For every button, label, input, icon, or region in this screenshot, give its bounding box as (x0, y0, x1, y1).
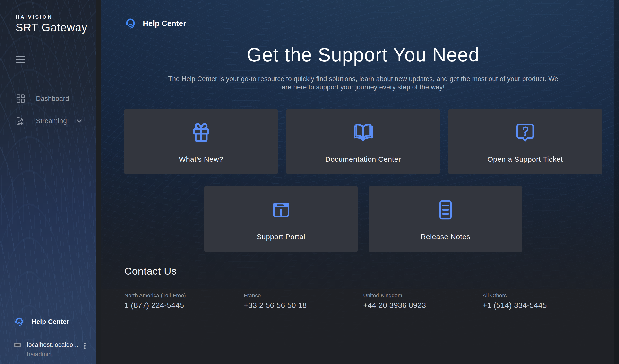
kebab-icon (84, 343, 85, 344)
contact-entry: North America (Toll-Free) 1 (877) 224-54… (124, 292, 244, 310)
contact-entry: France +33 2 56 56 50 18 (244, 292, 364, 310)
card-support-portal[interactable]: Support Portal (204, 186, 358, 252)
cards-row-2: Support Portal Release Notes (124, 186, 602, 252)
brand-product: SRT Gateway (15, 21, 96, 34)
headset-icon (124, 17, 137, 30)
card-label: What's New? (179, 155, 223, 163)
sidebar-item-help-center[interactable]: Help Center (0, 313, 96, 330)
sidebar-help-label: Help Center (32, 318, 69, 326)
contact-region: All Others (483, 292, 602, 299)
sidebar-gutter (96, 0, 101, 364)
sidebar-nav: Dashboard Streaming (0, 87, 96, 132)
scrollbar-gutter (614, 0, 619, 364)
headset-icon (14, 317, 24, 327)
contact-title: Contact Us (124, 265, 602, 277)
contact-phone: +44 20 3936 8923 (363, 301, 483, 310)
card-label: Documentation Center (325, 155, 401, 163)
contact-phone: 1 (877) 224-5445 (124, 301, 244, 310)
contact-section: Contact Us North America (Toll-Free) 1 (… (124, 265, 602, 310)
sidebar-item-label: Streaming (36, 117, 67, 125)
portal-icon (269, 197, 293, 222)
card-label: Open a Support Ticket (487, 155, 563, 163)
contact-grid: North America (Toll-Free) 1 (877) 224-54… (124, 292, 602, 310)
brand-name: HAIVISION (15, 14, 96, 20)
sidebar-item-label: Dashboard (36, 95, 69, 102)
host-options-button[interactable] (83, 341, 86, 351)
brand-logo: HAIVISION SRT Gateway (0, 0, 96, 34)
host-name[interactable]: localhost.localdo... (27, 341, 78, 348)
contact-phone: +33 2 56 56 50 18 (244, 301, 364, 310)
sidebar: HAIVISION SRT Gateway Dashboard (0, 0, 96, 364)
hamburger-icon (15, 56, 25, 57)
cards-row-1: What's New? Documentation Center (124, 109, 602, 174)
sidebar-item-streaming[interactable]: Streaming (0, 110, 96, 132)
card-release-notes[interactable]: Release Notes (369, 186, 522, 252)
menu-toggle-button[interactable] (15, 54, 26, 65)
contact-divider (124, 284, 602, 284)
book-icon (351, 120, 376, 145)
gift-icon (188, 120, 214, 145)
card-label: Release Notes (421, 233, 470, 241)
contact-entry: All Others +1 (514) 334-5445 (483, 292, 602, 310)
chevron-down-icon (76, 117, 83, 125)
card-label: Support Portal (256, 233, 305, 241)
hero-title: Get the Support You Need (124, 44, 602, 66)
server-icon (13, 342, 22, 348)
host-user: haiadmin (27, 351, 87, 358)
card-whats-new[interactable]: What's New? (124, 109, 278, 174)
notes-icon (433, 197, 458, 222)
contact-entry: United Kingdom +44 20 3936 8923 (363, 292, 483, 310)
contact-phone: +1 (514) 334-5445 (483, 301, 602, 310)
hero-subtitle: The Help Center is your go-to resource t… (124, 75, 602, 91)
main-content: Help Center Get the Support You Need The… (101, 0, 619, 364)
page-header: Help Center (124, 0, 602, 30)
contact-region: United Kingdom (363, 292, 483, 299)
contact-region: France (244, 292, 364, 299)
ticket-icon (513, 120, 537, 145)
card-documentation-center[interactable]: Documentation Center (286, 109, 440, 174)
sidebar-item-dashboard[interactable]: Dashboard (0, 87, 96, 110)
streaming-icon (15, 116, 26, 126)
page-title: Help Center (143, 19, 186, 28)
card-open-support-ticket[interactable]: Open a Support Ticket (449, 109, 602, 174)
host-block: localhost.localdo... haiadmin (0, 336, 96, 364)
dashboard-icon (15, 94, 26, 104)
contact-region: North America (Toll-Free) (124, 292, 244, 299)
